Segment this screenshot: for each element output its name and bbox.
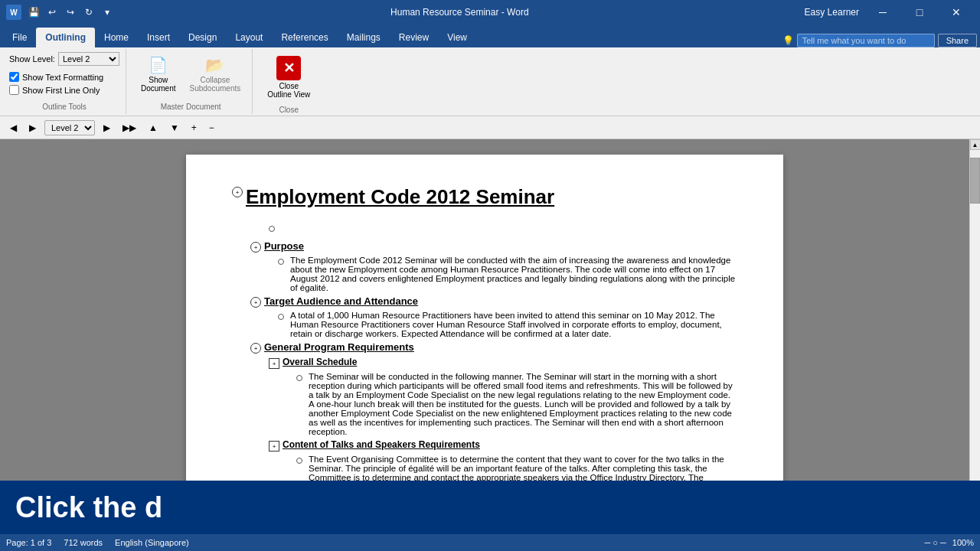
promote-button[interactable]: ◀ xyxy=(6,120,21,135)
outline-tools-content: Show Level: Level 2 Level 1 Level 3 All … xyxy=(9,52,119,99)
undo-button[interactable]: ↩ xyxy=(44,5,60,20)
tab-file[interactable]: File xyxy=(3,28,36,47)
tab-insert[interactable]: Insert xyxy=(138,28,179,47)
title-bar-right: Easy Learner ─ □ ✕ xyxy=(805,0,974,24)
tab-review[interactable]: Review xyxy=(390,28,438,47)
master-doc-label: Master Document xyxy=(136,99,246,111)
show-text-formatting-row: Show Text Formatting xyxy=(9,72,119,82)
tab-layout[interactable]: Layout xyxy=(226,28,272,47)
window-controls: ─ □ ✕ xyxy=(865,0,974,24)
status-page: Page: 1 of 3 xyxy=(6,538,51,547)
audience-heading: Target Audience and Attendance xyxy=(264,295,418,307)
show-first-line-row: Show First Line Only xyxy=(9,85,119,95)
show-document-label: ShowDocument xyxy=(141,76,176,93)
program-expand[interactable]: + xyxy=(250,343,261,354)
status-zoom-level: 100% xyxy=(952,538,974,547)
title-sub xyxy=(269,223,737,234)
outline-nav-bar: ◀ ▶ Level 2 Level 1 Level 3 ▶ ▶▶ ▲ ▼ + − xyxy=(0,116,980,139)
demote-body-button[interactable]: ▶▶ xyxy=(119,120,140,135)
expand-button[interactable]: + xyxy=(188,120,201,135)
maximize-button[interactable]: □ xyxy=(902,0,937,24)
document-scroll[interactable]: + Employment Code 2012 Seminar + Purpose… xyxy=(0,139,969,534)
tab-home[interactable]: Home xyxy=(95,28,138,47)
app-icon: W xyxy=(6,5,21,20)
bottom-overlay: Click the d xyxy=(0,481,980,534)
search-input[interactable] xyxy=(797,34,935,47)
ribbon-group-outline-tools: Show Level: Level 2 Level 1 Level 3 All … xyxy=(3,49,126,114)
content-heading: Content of Talks and Speakers Requiremen… xyxy=(283,439,480,450)
ribbon-tab-bar: File Outlining Home Insert Design Layout… xyxy=(0,24,980,47)
more-button[interactable]: ▾ xyxy=(100,5,115,20)
ribbon-group-close: ✕ CloseOutline View Close xyxy=(256,49,322,114)
purpose-heading: Purpose xyxy=(264,240,304,252)
save-button[interactable]: 💾 xyxy=(26,5,41,20)
show-level-row: Show Level: Level 2 Level 1 Level 3 All … xyxy=(9,52,119,66)
window-title: Human Resource Seminar - Word xyxy=(390,7,529,18)
close-outline-button[interactable]: ✕ CloseOutline View xyxy=(262,52,315,103)
schedule-body: The Seminar will be conducted in the fol… xyxy=(309,372,737,436)
level-select[interactable]: Level 2 Level 1 Level 3 xyxy=(44,120,95,135)
user-name: Easy Learner xyxy=(805,7,859,18)
document-wrapper: + Employment Code 2012 Seminar + Purpose… xyxy=(0,139,980,534)
demote-button[interactable]: ▶ xyxy=(25,120,40,135)
refresh-button[interactable]: ↻ xyxy=(81,5,96,20)
share-button[interactable]: Share xyxy=(938,34,977,47)
vertical-scrollbar[interactable]: ▲ ▼ xyxy=(969,139,980,534)
audience-bullet xyxy=(278,314,284,320)
collapse-button[interactable]: − xyxy=(205,120,218,135)
tab-outlining[interactable]: Outlining xyxy=(36,28,95,47)
content-heading-row: + Content of Talks and Speakers Requirem… xyxy=(269,439,737,452)
scrollbar-track xyxy=(970,150,980,523)
show-level-label: Show Level: xyxy=(9,54,55,64)
master-doc-content: 📄 ShowDocument 📂 CollapseSubdocuments xyxy=(136,52,246,99)
status-language: English (Singapore) xyxy=(115,538,189,547)
minimize-button[interactable]: ─ xyxy=(865,0,900,24)
redo-button[interactable]: ↪ xyxy=(63,5,78,20)
title-bar-left: W 💾 ↩ ↪ ↻ ▾ xyxy=(6,5,115,20)
program-heading-row: + General Program Requirements xyxy=(250,341,737,354)
outline-tools-label: Outline Tools xyxy=(9,99,119,111)
status-bar: Page: 1 of 3 712 words English (Singapor… xyxy=(0,534,980,551)
purpose-bullet xyxy=(278,259,284,265)
tab-design[interactable]: Design xyxy=(179,28,226,47)
show-document-icon: 📄 xyxy=(149,56,168,74)
move-up-button[interactable]: ▲ xyxy=(145,120,162,135)
title-bullet xyxy=(269,226,275,232)
show-document-button[interactable]: 📄 ShowDocument xyxy=(136,52,181,96)
collapse-label: CollapseSubdocuments xyxy=(190,76,241,93)
document-page: + Employment Code 2012 Seminar + Purpose… xyxy=(186,155,783,534)
scrollbar-thumb[interactable] xyxy=(970,158,980,204)
ribbon-search: 💡 Share xyxy=(782,34,977,47)
close-outline-label: CloseOutline View xyxy=(267,82,310,99)
close-button[interactable]: ✕ xyxy=(939,0,974,24)
doc-title-row: + Employment Code 2012 Seminar xyxy=(232,185,737,218)
show-first-line-label: Show First Line Only xyxy=(22,86,100,95)
tab-references[interactable]: References xyxy=(272,28,337,47)
status-zoom: ─ ○ ─ xyxy=(925,538,946,547)
scroll-up-arrow[interactable]: ▲ xyxy=(970,139,981,150)
collapse-subdocuments-button[interactable]: 📂 CollapseSubdocuments xyxy=(185,52,247,96)
title-expand[interactable]: + xyxy=(232,187,243,197)
tab-view[interactable]: View xyxy=(438,28,476,47)
purpose-body: The Employment Code 2012 Seminar will be… xyxy=(290,256,737,292)
doc-title: Employment Code 2012 Seminar xyxy=(246,185,554,209)
show-first-line-checkbox[interactable] xyxy=(9,85,19,95)
audience-expand[interactable]: + xyxy=(250,297,261,308)
title-bar-quick-access: 💾 ↩ ↪ ↻ ▾ xyxy=(26,5,115,20)
show-level-select[interactable]: Level 2 Level 1 Level 3 All Levels xyxy=(58,52,119,66)
ribbon-group-master-document: 📄 ShowDocument 📂 CollapseSubdocuments Ma… xyxy=(129,49,253,114)
show-text-formatting-checkbox[interactable] xyxy=(9,72,19,82)
overlay-text: Click the d xyxy=(15,491,162,524)
tab-mailings[interactable]: Mailings xyxy=(338,28,390,47)
purpose-expand[interactable]: + xyxy=(250,242,261,253)
status-words: 712 words xyxy=(64,538,103,547)
move-down-button[interactable]: ▼ xyxy=(166,120,183,135)
promote-right-button[interactable]: ▶ xyxy=(100,120,114,135)
schedule-bullet xyxy=(296,375,302,381)
ribbon: Show Level: Level 2 Level 1 Level 3 All … xyxy=(0,47,980,116)
audience-body-row: A total of 1,000 Human Resource Practiti… xyxy=(269,311,737,338)
content-bullet xyxy=(296,458,302,464)
purpose-body-row: The Employment Code 2012 Seminar will be… xyxy=(269,256,737,292)
schedule-expand[interactable]: + xyxy=(269,358,279,369)
content-expand[interactable]: + xyxy=(269,441,279,452)
